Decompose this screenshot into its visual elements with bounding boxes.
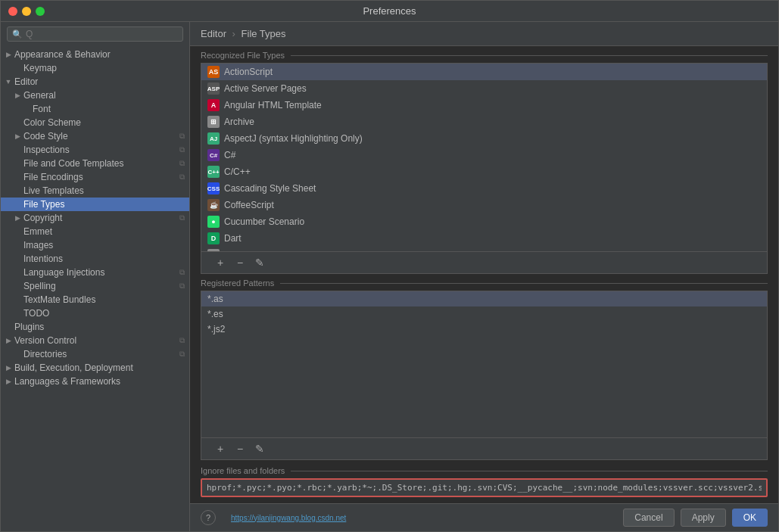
sidebar-item-copyright[interactable]: Copyright ⧉ [1, 211, 189, 225]
sidebar-item-version-control[interactable]: Version Control ⧉ [1, 334, 189, 347]
ok-button[interactable]: OK [732, 509, 768, 527]
sidebar-item-textmate[interactable]: TextMate Bundles [1, 293, 189, 306]
ignore-section-label: Ignore files and folders [201, 466, 768, 475]
bottom-bar-inner: ? https://yilanjingwang.blog.csdn.net Ca… [201, 509, 768, 527]
window-title: Preferences [363, 5, 416, 17]
patterns-section-header: Registered Patterns [190, 274, 778, 291]
sidebar-item-label: Emmet [23, 226, 186, 237]
copy-icon: ⧉ [178, 336, 186, 345]
file-type-csharp[interactable]: C# C# [201, 147, 767, 163]
sidebar-item-directories[interactable]: Directories ⧉ [1, 347, 189, 361]
patterns-list[interactable]: *.as *.es *.js2 [201, 291, 768, 438]
arrow-icon [13, 91, 22, 100]
sidebar-item-code-style[interactable]: Code Style ⧉ [1, 129, 189, 143]
maximize-button[interactable] [36, 7, 45, 16]
copy-icon: ⧉ [178, 213, 186, 222]
sidebar-item-intentions[interactable]: Intentions [1, 252, 189, 266]
sidebar-item-label: Images [23, 240, 186, 250]
sidebar-item-file-code-templates[interactable]: File and Code Templates ⧉ [1, 157, 189, 170]
sidebar-item-label: General [23, 90, 186, 101]
close-button[interactable] [8, 7, 17, 16]
file-type-css[interactable]: CSS Cascading Style Sheet [201, 180, 767, 197]
file-type-dart[interactable]: D Dart [201, 230, 767, 247]
file-type-icon: A [207, 99, 220, 111]
copy-icon: ⧉ [178, 132, 186, 141]
pattern-item-as[interactable]: *.as [201, 291, 767, 306]
ignore-input[interactable] [202, 480, 766, 496]
sidebar-item-languages-frameworks[interactable]: Languages & Frameworks [1, 375, 189, 388]
sidebar-item-color-scheme[interactable]: Color Scheme [1, 116, 189, 129]
sidebar-item-editor[interactable]: Editor [1, 75, 189, 89]
file-types-list[interactable]: AS ActionScript ASP Active Server Pages … [201, 63, 768, 252]
sidebar-item-images[interactable]: Images [1, 238, 189, 252]
titlebar-buttons [8, 7, 45, 16]
file-type-name: Diagram [224, 250, 258, 252]
patterns-section: Registered Patterns *.as *.es *.js2 [190, 274, 778, 460]
sidebar-item-label: TODO [23, 308, 186, 319]
file-type-angular-html[interactable]: A Angular HTML Template [201, 97, 767, 114]
sidebar-item-live-templates[interactable]: Live Templates [1, 184, 189, 198]
sidebar-item-inspections[interactable]: Inspections ⧉ [1, 143, 189, 157]
breadcrumb-current: File Types [241, 28, 286, 39]
sidebar-item-file-encodings[interactable]: File Encodings ⧉ [1, 170, 189, 184]
minimize-button[interactable] [22, 7, 31, 16]
file-type-name: Archive [224, 117, 254, 127]
arrow-icon [13, 132, 22, 141]
arrow-icon [4, 336, 13, 345]
file-type-coffeescript[interactable]: ☕ CoffeeScript [201, 197, 767, 213]
sidebar-item-label: Code Style [23, 131, 178, 142]
sidebar-item-file-types[interactable]: File Types [1, 198, 189, 211]
add-pattern-button[interactable]: + [212, 440, 229, 457]
sidebar-item-spelling[interactable]: Spelling ⧉ [1, 279, 189, 293]
search-input[interactable] [26, 29, 178, 39]
sidebar-tree: Appearance & Behavior Keymap Editor Gene… [1, 46, 189, 531]
main-content: 🔍 Appearance & Behavior Keymap Editor [1, 22, 778, 531]
remove-pattern-button[interactable]: − [232, 440, 248, 457]
ignore-input-wrapper [201, 478, 768, 497]
file-type-name: Cascading Style Sheet [224, 183, 316, 194]
breadcrumb-parent: Editor [201, 28, 226, 39]
remove-file-type-button[interactable]: − [232, 254, 248, 271]
sidebar-item-keymap[interactable]: Keymap [1, 61, 189, 75]
pattern-value: *.es [207, 309, 223, 319]
file-type-cpp[interactable]: C++ C/C++ [201, 163, 767, 180]
sidebar-item-language-injections[interactable]: Language Injections ⧉ [1, 266, 189, 279]
file-type-icon: AJ [207, 132, 220, 145]
sidebar-item-todo[interactable]: TODO [1, 306, 189, 320]
sidebar-item-general[interactable]: General [1, 89, 189, 102]
pattern-item-es[interactable]: *.es [201, 306, 767, 322]
url-label[interactable]: https://yilanjingwang.blog.csdn.net [231, 514, 346, 522]
sidebar-item-plugins[interactable]: Plugins [1, 320, 189, 334]
file-type-active-server-pages[interactable]: ASP Active Server Pages [201, 80, 767, 97]
add-file-type-button[interactable]: + [212, 254, 229, 271]
sidebar-item-build-execution[interactable]: Build, Execution, Deployment [1, 361, 189, 375]
help-button[interactable]: ? [201, 510, 216, 525]
file-type-icon: ASP [207, 82, 220, 95]
cancel-button[interactable]: Cancel [623, 509, 674, 527]
apply-button[interactable]: Apply [681, 509, 726, 527]
sidebar-item-font[interactable]: Font [1, 102, 189, 116]
copy-icon: ⧉ [178, 159, 186, 168]
file-type-name: ActionScript [224, 67, 273, 77]
file-type-actionscript[interactable]: AS ActionScript [201, 64, 767, 80]
file-type-archive[interactable]: ⊞ Archive [201, 114, 767, 130]
pattern-item-js2[interactable]: *.js2 [201, 322, 767, 337]
sidebar-item-label: Version Control [14, 335, 178, 346]
edit-pattern-button[interactable]: ✎ [251, 440, 268, 457]
edit-file-type-button[interactable]: ✎ [251, 254, 268, 271]
copy-icon: ⧉ [178, 173, 186, 182]
sidebar-item-label: Font [33, 104, 186, 114]
file-type-diagram[interactable]: ⬡ Diagram [201, 247, 767, 252]
arrow-icon [4, 50, 13, 59]
arrow-icon [4, 363, 13, 372]
sidebar-item-appearance[interactable]: Appearance & Behavior [1, 48, 189, 61]
sidebar-item-emmet[interactable]: Emmet [1, 225, 189, 238]
right-panel: Editor › File Types Recognized File Type… [190, 22, 778, 531]
file-type-cucumber[interactable]: ● Cucumber Scenario [201, 213, 767, 230]
bottom-bar: ? https://yilanjingwang.blog.csdn.net Ca… [190, 503, 778, 531]
sidebar-item-label: Editor [14, 76, 186, 87]
search-box[interactable]: 🔍 [7, 26, 183, 42]
file-types-section: Recognized File Types AS ActionScript AS… [190, 46, 778, 274]
file-type-aspectj[interactable]: AJ AspectJ (syntax Highlighting Only) [201, 130, 767, 147]
copy-icon: ⧉ [178, 145, 186, 154]
